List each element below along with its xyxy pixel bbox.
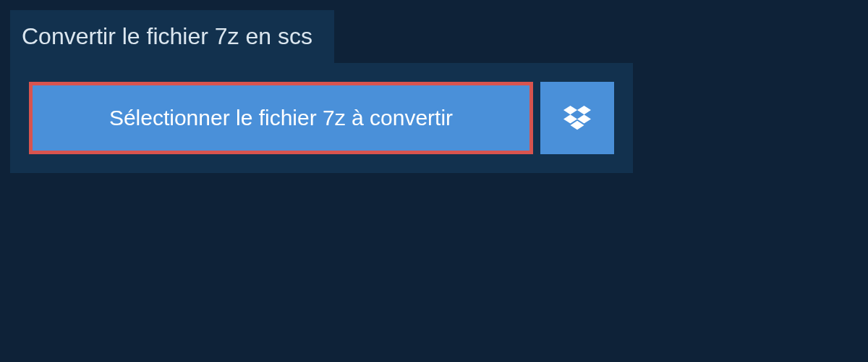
page-title: Convertir le fichier 7z en scs (10, 10, 334, 63)
dropbox-icon (563, 104, 591, 132)
action-panel: Sélectionner le fichier 7z à convertir (10, 63, 633, 173)
conversion-widget: Convertir le fichier 7z en scs Sélection… (0, 0, 868, 183)
select-file-label: Sélectionner le fichier 7z à convertir (109, 106, 453, 130)
select-file-button[interactable]: Sélectionner le fichier 7z à convertir (29, 82, 533, 154)
dropbox-button[interactable] (540, 82, 614, 154)
title-text: Convertir le fichier 7z en scs (22, 23, 312, 49)
